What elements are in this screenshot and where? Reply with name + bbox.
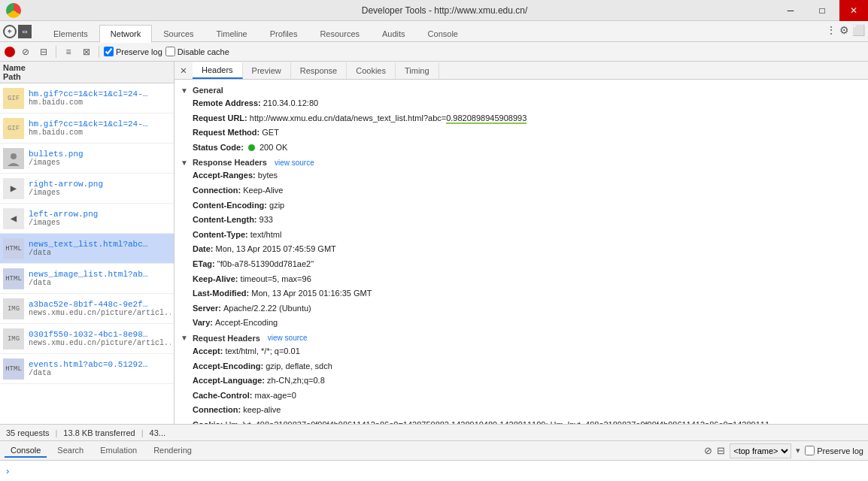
chrome-logo-icon: [6, 3, 21, 18]
disable-cache-checkbox[interactable]: [165, 47, 175, 56]
header-tabs: Headers Preview Response Cookies Timing: [193, 62, 439, 79]
tab-timing[interactable]: Timing: [396, 62, 439, 79]
close-button[interactable]: ✕: [839, 0, 868, 21]
list-item[interactable]: HTML events.html?abc=0.512929413... /dat…: [0, 354, 174, 384]
tab-network[interactable]: Network: [99, 25, 152, 43]
other-status: 43...: [150, 428, 165, 437]
tab-elements[interactable]: Elements: [42, 24, 99, 42]
detail-content: ▼ General Remote Address: 210.34.0.12:80…: [175, 80, 868, 424]
settings-icon[interactable]: ⚙: [839, 24, 849, 36]
inspect-icon[interactable]: ⌖: [3, 25, 17, 38]
request-headers-view-source[interactable]: view source: [268, 334, 308, 342]
tab-response[interactable]: Response: [291, 62, 348, 79]
list-item[interactable]: ◀ left-arrow.png /images: [0, 204, 174, 234]
tab-profiles[interactable]: Profiles: [259, 24, 309, 42]
triangle-icon: ▼: [181, 86, 188, 95]
file-info: 0301f550-1032-4bc1-8e98-69... news.xmu.e…: [29, 330, 171, 347]
console-preserve-log-label[interactable]: Preserve log: [805, 446, 863, 455]
list-item[interactable]: bullets.png /images: [0, 144, 174, 174]
customize-icon[interactable]: ⋮: [826, 24, 836, 36]
file-thumb-larrow: ◀: [3, 208, 24, 229]
file-thumb-png: [3, 148, 24, 169]
rh-last-modified: Last-Modified: Mon, 13 Apr 2015 01:16:35…: [181, 286, 862, 301]
list-item[interactable]: ▶ right-arrow.png /images: [0, 174, 174, 204]
filter-button[interactable]: ⊟: [36, 44, 51, 59]
request-url-row: Request URL: http://www.xmu.edu.cn/data/…: [181, 111, 862, 126]
list-item[interactable]: IMG a3bac52e-8b1f-448c-9e2f-724... news.…: [0, 294, 174, 324]
file-name: bullets.png: [29, 150, 83, 159]
toolbar-divider-1: [56, 46, 56, 58]
general-label: General: [193, 86, 223, 95]
req-connection: Connection: keep-alive: [181, 403, 862, 418]
close-detail-button[interactable]: ✕: [176, 63, 191, 78]
tab-search-bottom[interactable]: Search: [51, 444, 90, 458]
remote-address-key: Remote Address:: [193, 98, 261, 107]
req-accept-language: Accept-Language: zh-CN,zh;q=0.8: [181, 374, 862, 389]
header-tabs-row: ✕ Headers Preview Response Cookies Timin…: [175, 62, 868, 80]
file-name: news_image_list.html?abc=0.0...: [29, 270, 149, 279]
col-name: NamePath: [3, 63, 126, 81]
status-bar: 35 requests | 13.8 KB transferred | 43..…: [0, 424, 868, 440]
tab-sources[interactable]: Sources: [152, 24, 205, 42]
dock-icon[interactable]: ⬜: [852, 24, 865, 36]
file-path: /images: [29, 189, 103, 197]
response-headers-label: Response Headers: [193, 158, 267, 167]
frame-selector[interactable]: <top frame>: [730, 443, 791, 458]
rh-date: Date: Mon, 13 Apr 2015 07:45:59 GMT: [181, 242, 862, 257]
file-thumb-html: HTML: [3, 238, 24, 259]
clear-button[interactable]: ⊠: [79, 44, 94, 59]
maximize-button[interactable]: □: [808, 0, 836, 21]
console-clear-icon[interactable]: ⊘: [704, 445, 712, 456]
file-name: left-arrow.png: [29, 210, 98, 219]
list-item-active[interactable]: HTML news_text_list.html?abc=0.982... /d…: [0, 234, 174, 264]
general-section-header[interactable]: ▼ General: [181, 83, 862, 96]
record-button[interactable]: [5, 47, 15, 57]
file-name: 0301f550-1032-4bc1-8e98-69...: [29, 330, 149, 339]
list-item[interactable]: GIF hm.gif?cc=1&ck=1&cl=24-bit... hm.bai…: [0, 113, 174, 144]
file-info: hm.gif?cc=1&ck=1&cl=24-bit... hm.baidu.c…: [29, 89, 149, 107]
tab-cookies[interactable]: Cookies: [347, 62, 396, 79]
preserve-log-checkbox[interactable]: [104, 47, 114, 56]
file-path: news.xmu.edu.cn/picture/articl...: [29, 339, 171, 347]
console-bar: Console Search Emulation Rendering ⊘ ⊟ <…: [0, 440, 868, 460]
tab-audits[interactable]: Audits: [371, 24, 417, 42]
file-path: /data: [29, 279, 149, 287]
stop-button[interactable]: ⊘: [18, 44, 33, 59]
disable-cache-label[interactable]: Disable cache: [165, 47, 229, 56]
console-input[interactable]: [12, 466, 862, 476]
devtools-right-icons: ⋮ ⚙ ⬜: [826, 24, 865, 36]
list-item[interactable]: IMG 0301f550-1032-4bc1-8e98-69... news.x…: [0, 324, 174, 354]
tab-console-bottom[interactable]: Console: [5, 444, 47, 458]
rh-keep-alive: Keep-Alive: timeout=5, max=96: [181, 272, 862, 287]
file-info: events.html?abc=0.512929413... /data: [29, 360, 149, 377]
tab-emulation-bottom[interactable]: Emulation: [94, 444, 143, 458]
device-icon[interactable]: ▭: [18, 25, 32, 38]
right-panel: ✕ Headers Preview Response Cookies Timin…: [175, 62, 868, 424]
tab-headers[interactable]: Headers: [193, 62, 243, 79]
transferred-size: 13.8 KB transferred: [63, 428, 135, 437]
prompt-icon: ›: [6, 465, 9, 476]
file-info: news_text_list.html?abc=0.982... /data: [29, 240, 149, 257]
console-filter-icon[interactable]: ⊟: [717, 445, 725, 456]
tab-timeline[interactable]: Timeline: [205, 24, 259, 42]
list-item[interactable]: GIF hm.gif?cc=1&ck=1&cl=24-bit... hm.bai…: [0, 83, 174, 113]
file-list-header: NamePath: [0, 62, 174, 83]
tab-console[interactable]: Console: [417, 24, 469, 42]
file-name: right-arrow.png: [29, 180, 103, 189]
response-headers-view-source[interactable]: view source: [275, 159, 314, 167]
request-headers-section-header[interactable]: ▼ Request Headers view source: [181, 331, 862, 344]
preserve-log-label[interactable]: Preserve log: [104, 47, 162, 56]
minimize-button[interactable]: ─: [776, 0, 805, 21]
tab-rendering-bottom[interactable]: Rendering: [147, 444, 198, 458]
triangle-icon: ▼: [181, 334, 188, 342]
tab-preview[interactable]: Preview: [243, 62, 291, 79]
rh-connection: Connection: Keep-Alive: [181, 183, 862, 198]
status-code-row: Status Code: 200 OK: [181, 141, 862, 156]
tab-icons: ⌖ ▭: [3, 25, 32, 38]
tab-resources[interactable]: Resources: [308, 24, 371, 42]
list-view-button[interactable]: ≡: [61, 44, 76, 59]
list-item[interactable]: HTML news_image_list.html?abc=0.0... /da…: [0, 264, 174, 294]
console-preserve-log-checkbox[interactable]: [805, 446, 815, 455]
request-method-key: Request Method:: [193, 128, 259, 137]
response-headers-section-header[interactable]: ▼ Response Headers view source: [181, 155, 862, 168]
